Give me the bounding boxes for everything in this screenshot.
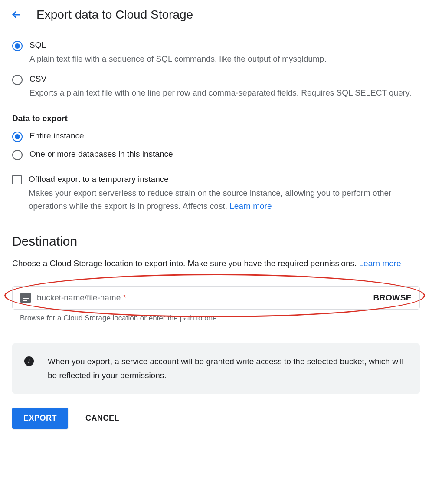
- format-option-csv[interactable]: CSV Exports a plain text file with one l…: [12, 74, 420, 99]
- browse-button[interactable]: BROWSE: [373, 293, 412, 303]
- data-to-export-heading: Data to export: [12, 114, 420, 123]
- radio-icon[interactable]: [12, 150, 23, 160]
- destination-desc: Choose a Cloud Storage location to expor…: [12, 257, 420, 270]
- destination-heading: Destination: [12, 234, 420, 249]
- format-csv-desc: Exports a plain text file with one line …: [29, 86, 420, 99]
- page-title: Export data to Cloud Storage: [36, 8, 193, 22]
- offload-label: Offload export to a temporary instance: [29, 175, 420, 184]
- scope-entire-label: Entire instance: [29, 131, 84, 141]
- cancel-button[interactable]: CANCEL: [85, 414, 119, 423]
- back-arrow-icon[interactable]: [10, 9, 23, 21]
- info-box: i When you export, a service account wil…: [12, 343, 420, 394]
- format-sql-label: SQL: [29, 40, 420, 50]
- scope-subset-label: One or more databases in this instance: [29, 149, 173, 159]
- radio-icon[interactable]: [12, 132, 23, 142]
- radio-icon[interactable]: [12, 41, 23, 51]
- offload-desc: Makes your export serverless to reduce s…: [29, 187, 420, 213]
- destination-learn-more-link[interactable]: Learn more: [359, 259, 401, 268]
- bucket-path-input[interactable]: bucket-name/file-name *: [37, 293, 367, 303]
- export-button[interactable]: EXPORT: [12, 408, 68, 429]
- format-option-sql[interactable]: SQL A plain text file with a sequence of…: [12, 40, 420, 66]
- bucket-path-input-row[interactable]: bucket-name/file-name * BROWSE: [12, 286, 420, 310]
- file-icon: [20, 293, 31, 303]
- page-header: Export data to Cloud Storage: [0, 0, 432, 30]
- action-row: EXPORT CANCEL: [12, 408, 420, 429]
- format-sql-desc: A plain text file with a sequence of SQL…: [29, 53, 420, 66]
- checkbox-icon[interactable]: [12, 175, 22, 184]
- offload-option[interactable]: Offload export to a temporary instance M…: [12, 175, 420, 213]
- info-icon: i: [24, 356, 34, 366]
- bucket-path-helper: Browse for a Cloud Storage location or e…: [12, 314, 420, 323]
- info-text: When you export, a service account will …: [48, 355, 408, 383]
- offload-learn-more-link[interactable]: Learn more: [229, 201, 272, 211]
- scope-option-subset[interactable]: One or more databases in this instance: [12, 149, 420, 161]
- scope-option-entire[interactable]: Entire instance: [12, 131, 420, 143]
- format-csv-label: CSV: [29, 74, 420, 84]
- radio-icon[interactable]: [12, 75, 23, 85]
